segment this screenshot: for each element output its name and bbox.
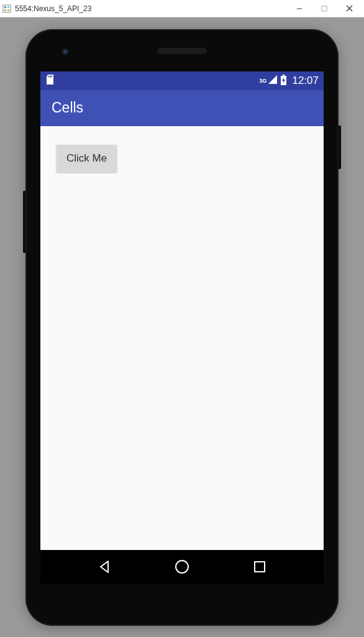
click-me-button[interactable]: Click Me	[57, 145, 117, 172]
svg-rect-0	[3, 5, 11, 12]
window-title: 5554:Nexus_5_API_23	[15, 4, 91, 13]
svg-rect-6	[322, 6, 327, 11]
front-camera	[61, 48, 69, 55]
emulator-area: 3G 12:07	[0, 17, 364, 637]
svg-rect-9	[48, 76, 49, 78]
svg-rect-3	[4, 9, 6, 11]
status-bar[interactable]: 3G 12:07	[40, 71, 324, 90]
volume-button[interactable]	[23, 191, 25, 253]
status-time: 12:07	[292, 75, 319, 87]
app-bar: Cells	[40, 90, 324, 126]
back-button[interactable]	[86, 554, 123, 579]
network-type-label: 3G	[259, 78, 266, 84]
window-titlebar: 5554:Nexus_5_API_23	[0, 0, 364, 17]
home-button[interactable]	[163, 554, 201, 579]
minimize-button[interactable]	[287, 1, 312, 16]
svg-rect-4	[7, 9, 9, 11]
svg-rect-11	[52, 76, 52, 78]
battery-icon	[280, 75, 287, 87]
svg-rect-12	[283, 75, 284, 76]
svg-rect-10	[50, 76, 50, 78]
speaker-grille	[157, 48, 207, 54]
recents-button[interactable]	[241, 554, 278, 579]
close-button[interactable]	[337, 1, 362, 16]
svg-rect-1	[4, 6, 6, 8]
app-content: Click Me	[40, 126, 324, 550]
phone-screen: 3G 12:07	[40, 71, 324, 584]
svg-rect-15	[255, 562, 265, 572]
maximize-button[interactable]	[312, 1, 337, 16]
phone-frame: 3G 12:07	[25, 29, 339, 626]
svg-rect-2	[7, 6, 9, 8]
navigation-bar	[40, 550, 324, 584]
sd-card-icon	[45, 74, 55, 87]
power-button[interactable]	[339, 126, 341, 169]
app-icon	[2, 4, 11, 13]
signal-icon	[268, 75, 278, 86]
app-title: Cells	[52, 99, 83, 116]
svg-point-14	[176, 561, 188, 573]
